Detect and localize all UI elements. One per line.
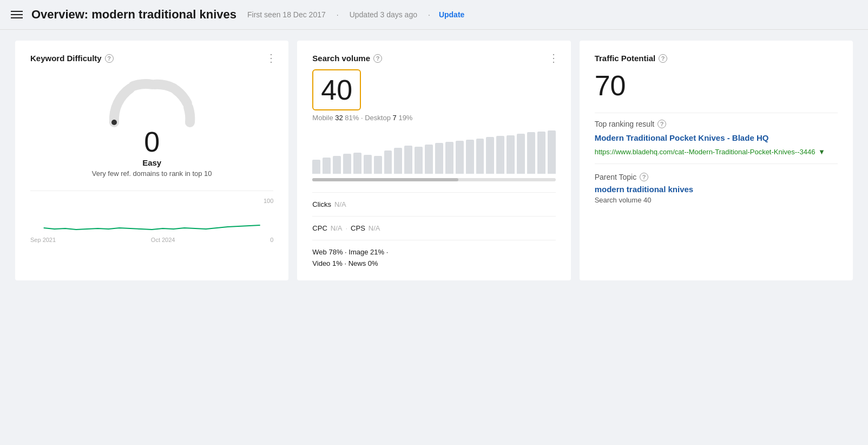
sv-bar-item: [517, 134, 525, 174]
sv-breakdown: Mobile 32 81% · Desktop 7 19%: [312, 114, 555, 122]
sv-bar-item: [404, 146, 412, 174]
sv-bar-item: [466, 140, 474, 174]
kd-date-start: Sep 2021: [30, 237, 56, 243]
tp-parent-link[interactable]: modern traditional knives: [595, 185, 838, 194]
sv-clicks-label: Clicks: [312, 200, 331, 208]
tp-link-url[interactable]: https://www.bladehq.com/cat--Modern-Trad…: [595, 147, 838, 158]
header-first-seen: First seen 18 Dec 2017: [247, 10, 326, 19]
kd-sparkline-svg: [30, 206, 273, 232]
sv-desktop-value: 7: [393, 114, 397, 122]
sv-bar-item: [496, 136, 504, 174]
sv-bar-item: [384, 150, 392, 174]
sv-web-label: Web: [312, 248, 327, 256]
sv-bar-item: [507, 135, 515, 174]
sv-image-label: Image: [348, 248, 368, 256]
sv-video-row: Video 1% · News 0%: [312, 259, 555, 267]
sv-web-pct: 78%: [328, 248, 343, 256]
menu-button[interactable]: [11, 11, 23, 18]
sv-bar-item: [456, 141, 464, 174]
sv-desktop-label: Desktop: [365, 114, 392, 122]
tp-url-dropdown-icon[interactable]: ▼: [818, 148, 825, 156]
cards-container: Keyword Difficulty ? ⋮ 0 Easy Very few r…: [0, 30, 868, 291]
sv-bar-item: [476, 139, 484, 174]
sv-web-row: Web 78% · Image 21% ·: [312, 240, 555, 256]
header-separator2: ·: [428, 10, 430, 19]
sv-value: 40: [321, 76, 352, 104]
sv-bar-item: [537, 132, 545, 174]
keyword-difficulty-card: Keyword Difficulty ? ⋮ 0 Easy Very few r…: [15, 41, 288, 280]
search-volume-help-icon[interactable]: ?: [373, 54, 382, 63]
sv-clicks-value: N/A: [334, 200, 346, 208]
sv-video-pct: 1%: [332, 259, 343, 267]
card2-menu-icon[interactable]: ⋮: [548, 51, 560, 64]
keyword-difficulty-help-icon[interactable]: ?: [105, 54, 114, 63]
difficulty-value: 0: [144, 126, 160, 158]
header-updated: Updated 3 days ago: [350, 10, 417, 19]
gauge-svg: [103, 74, 201, 128]
gauge-container: 0 Easy Very few ref. domains to rank in …: [30, 74, 273, 178]
sv-bar-item: [394, 148, 402, 174]
tp-divider2: [595, 163, 838, 164]
sv-scroll-indicator[interactable]: [312, 178, 555, 181]
kd-chart-max-label: 100: [30, 198, 273, 204]
sv-image-pct: 21%: [370, 248, 384, 256]
sv-sep4: ·: [344, 259, 348, 267]
sv-highlighted-box: 40: [312, 69, 361, 110]
traffic-potential-help-icon[interactable]: ?: [659, 54, 667, 63]
sv-mobile-label: Mobile: [312, 114, 335, 122]
card3-title: Traffic Potential ?: [595, 54, 838, 63]
sv-cps-value: N/A: [369, 224, 380, 232]
card1-title: Keyword Difficulty ?: [30, 54, 273, 63]
tp-divider1: [595, 113, 838, 113]
sv-news-label: News: [348, 259, 366, 267]
sv-cps-label: CPS: [351, 224, 365, 232]
sv-desktop-pct: 19%: [398, 114, 412, 122]
sv-bar-item: [486, 137, 494, 174]
sv-bar-item: [548, 130, 556, 174]
traffic-potential-card: Traffic Potential ? 70 Top ranking resul…: [580, 41, 853, 280]
page-header: Overview: modern traditional knives Firs…: [0, 0, 868, 30]
difficulty-label: Easy: [142, 158, 161, 167]
header-separator1: ·: [337, 10, 339, 19]
sv-bar-item: [435, 143, 443, 174]
sv-clicks-row: Clicks N/A: [312, 192, 555, 208]
page-title: Overview: modern traditional knives: [31, 8, 236, 22]
kd-date-zero: 0: [270, 237, 273, 243]
kd-date-end: Oct 2024: [151, 237, 175, 243]
sv-bar-item: [343, 154, 351, 174]
top-ranking-help-icon[interactable]: ?: [657, 120, 666, 128]
sv-bar-item: [374, 156, 382, 174]
kd-chart-area: 100 Sep 2021 Oct 2024 0: [30, 191, 273, 243]
tp-top-ranking-label: Top ranking result ?: [595, 120, 838, 128]
tp-parent-sv: Search volume 40: [595, 196, 838, 204]
sv-mobile-value: 32: [335, 114, 343, 122]
sv-bar-item: [333, 156, 341, 174]
sv-bar-chart: [312, 130, 555, 174]
svg-point-0: [111, 120, 117, 125]
sv-bar-item: [353, 153, 361, 174]
kd-date-row: Sep 2021 Oct 2024 0: [30, 237, 273, 243]
sv-cpc-row: CPC N/A · CPS N/A: [312, 216, 555, 232]
sv-sep3: ·: [386, 248, 389, 256]
tp-parent-topic-label: Parent Topic ?: [595, 173, 838, 181]
tp-value: 70: [595, 69, 838, 102]
update-button[interactable]: Update: [439, 10, 464, 19]
sv-scroll-thumb: [312, 178, 458, 181]
parent-topic-help-icon[interactable]: ?: [640, 173, 648, 181]
card1-menu-icon[interactable]: ⋮: [266, 51, 278, 64]
sv-bar-item: [527, 132, 535, 174]
sv-cpc-sep: ·: [345, 224, 347, 232]
sv-cpc-label: CPC: [312, 224, 327, 232]
sv-bar-item: [445, 142, 453, 174]
sv-video-label: Video: [312, 259, 330, 267]
sv-bar-item: [415, 147, 423, 174]
card2-title: Search volume ?: [312, 54, 555, 63]
sv-mobile-pct: 81%: [345, 114, 359, 122]
difficulty-desc: Very few ref. domains to rank in top 10: [92, 169, 212, 178]
sv-bar-item: [312, 160, 320, 174]
sv-bar-item: [425, 145, 433, 174]
sv-news-pct: 0%: [368, 259, 378, 267]
tp-link-title[interactable]: Modern Traditional Pocket Knives - Blade…: [595, 133, 838, 143]
sv-bar-item: [323, 158, 331, 174]
search-volume-card: Search volume ? ⋮ 40 Mobile 32 81% · Des…: [297, 41, 570, 280]
